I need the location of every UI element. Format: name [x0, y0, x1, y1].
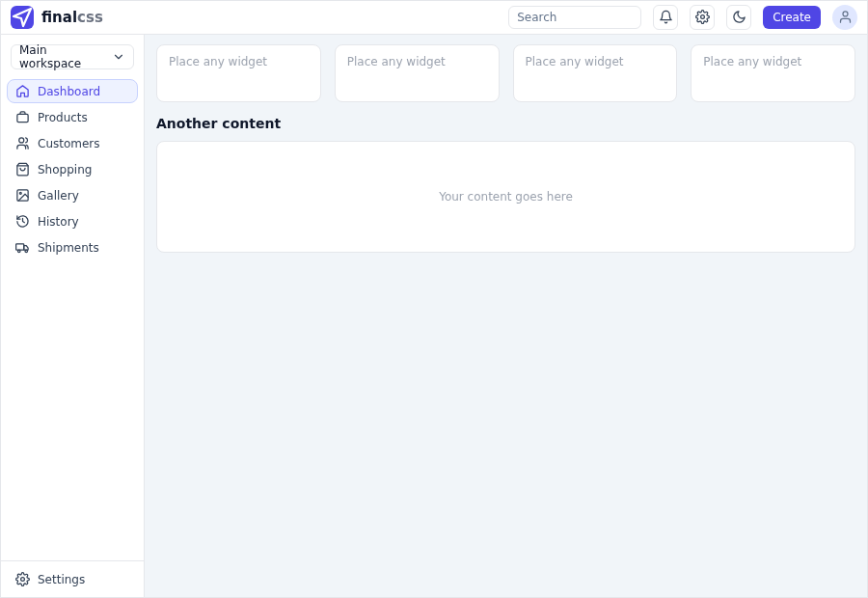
gear-icon	[695, 10, 710, 24]
sidebar-item-label: Customers	[38, 137, 100, 150]
svg-point-0	[700, 15, 704, 19]
notifications-button[interactable]	[653, 5, 678, 30]
sidebar-item-shopping[interactable]: Shopping	[7, 157, 138, 181]
svg-point-6	[19, 192, 21, 194]
widget-slot[interactable]: Place any widget	[335, 44, 500, 102]
widget-placeholder: Place any widget	[347, 55, 446, 68]
svg-point-8	[18, 250, 21, 253]
widget-slot[interactable]: Place any widget	[513, 44, 678, 102]
theme-toggle-button[interactable]	[726, 5, 751, 30]
widget-slot[interactable]: Place any widget	[691, 44, 855, 102]
widget-row: Place any widget Place any widget Place …	[156, 44, 855, 102]
sidebar-item-products[interactable]: Products	[7, 105, 138, 129]
brand-logo[interactable]: finalcss	[11, 6, 103, 29]
svg-point-1	[843, 12, 848, 16]
sidebar-item-label: Gallery	[38, 189, 79, 203]
app-header: finalcss Create	[1, 1, 867, 34]
sidebar: Main workspace Dashboard Products Custom…	[1, 35, 145, 597]
history-icon	[15, 214, 30, 229]
widget-slot[interactable]: Place any widget	[156, 44, 321, 102]
sidebar-nav: Dashboard Products Customers Shopping Ga…	[1, 79, 144, 259]
content-panel: Your content goes here	[156, 141, 855, 253]
sidebar-item-label: Products	[38, 111, 88, 124]
sidebar-item-shipments[interactable]: Shipments	[7, 235, 138, 259]
panel-placeholder: Your content goes here	[439, 190, 573, 204]
sidebar-item-label: Shopping	[38, 163, 92, 177]
workspace-label: Main workspace	[19, 43, 112, 70]
chevron-down-icon	[112, 50, 125, 64]
create-button[interactable]: Create	[763, 6, 821, 29]
sidebar-item-label: Dashboard	[38, 85, 100, 98]
home-icon	[15, 84, 30, 98]
bell-icon	[659, 10, 673, 24]
briefcase-icon	[15, 110, 30, 124]
user-avatar[interactable]	[832, 5, 857, 30]
shopping-bag-icon	[15, 162, 30, 177]
svg-rect-7	[16, 244, 24, 250]
main-content: Place any widget Place any widget Place …	[145, 35, 867, 597]
sidebar-item-settings[interactable]: Settings	[7, 567, 138, 591]
svg-rect-2	[17, 114, 28, 122]
svg-point-3	[19, 138, 24, 143]
svg-point-9	[25, 250, 28, 253]
sidebar-item-customers[interactable]: Customers	[7, 131, 138, 155]
search-input[interactable]	[508, 6, 641, 29]
sidebar-item-gallery[interactable]: Gallery	[7, 183, 138, 207]
sidebar-item-label: History	[38, 215, 79, 229]
section-title: Another content	[156, 116, 855, 131]
settings-button[interactable]	[690, 5, 715, 30]
svg-point-10	[21, 578, 25, 582]
widget-placeholder: Place any widget	[169, 55, 267, 68]
sidebar-item-label: Settings	[38, 573, 85, 586]
workspace-selector[interactable]: Main workspace	[11, 44, 134, 69]
widget-placeholder: Place any widget	[703, 55, 801, 68]
widget-placeholder: Place any widget	[526, 55, 624, 68]
sidebar-item-label: Shipments	[38, 241, 99, 255]
brand-mark-icon	[11, 6, 34, 29]
user-icon	[838, 10, 853, 24]
image-icon	[15, 188, 30, 203]
gear-icon	[15, 572, 30, 586]
sidebar-item-dashboard[interactable]: Dashboard	[7, 79, 138, 103]
moon-icon	[732, 10, 746, 24]
users-icon	[15, 136, 30, 150]
truck-icon	[15, 240, 30, 255]
brand-name: finalcss	[41, 9, 103, 26]
sidebar-item-history[interactable]: History	[7, 209, 138, 233]
